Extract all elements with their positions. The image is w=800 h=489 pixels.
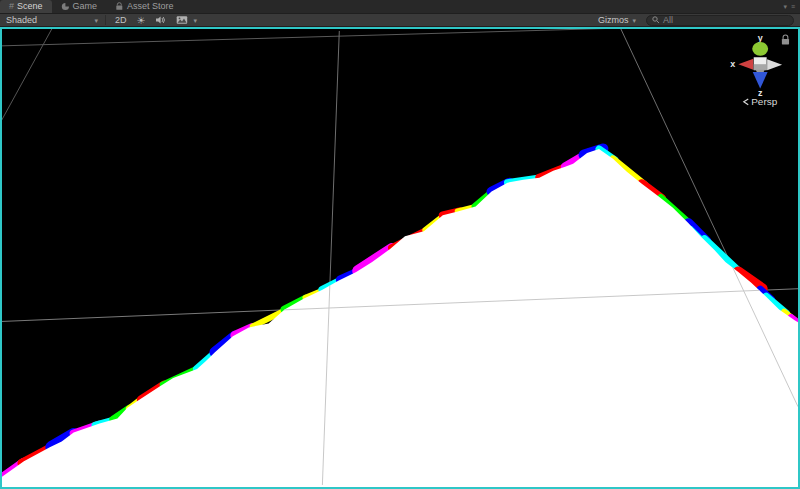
gizmos-label: Gizmos bbox=[598, 15, 629, 25]
gizmo-x-label: x bbox=[730, 59, 735, 69]
search-placeholder: All bbox=[663, 16, 673, 25]
tab-game[interactable]: Game bbox=[52, 0, 107, 13]
scene-viewport[interactable]: y x z Persp bbox=[0, 27, 800, 489]
effects-dropdown-arrow[interactable]: ▾ bbox=[193, 17, 197, 24]
projection-label[interactable]: Persp bbox=[751, 96, 777, 107]
terrain-mesh-layer bbox=[2, 149, 798, 487]
tab-asset-store-label: Asset Store bbox=[127, 0, 174, 13]
window-controls: ▾ ≡ bbox=[783, 0, 800, 13]
gizmo-minus-x-axis[interactable] bbox=[767, 59, 782, 70]
effects-toggle-icon[interactable] bbox=[171, 14, 193, 26]
gizmo-y-axis[interactable] bbox=[752, 42, 768, 56]
audio-toggle-icon[interactable] bbox=[150, 14, 171, 26]
scene-gizmo[interactable]: y x z Persp bbox=[730, 33, 782, 107]
tab-scene-label: Scene bbox=[17, 0, 43, 13]
lighting-toggle-icon[interactable]: ☀ bbox=[132, 14, 151, 26]
asset-store-icon bbox=[115, 2, 124, 11]
gizmo-z-axis[interactable] bbox=[753, 72, 768, 88]
chevron-down-icon: ▾ bbox=[632, 17, 636, 24]
scene-canvas: y x z Persp bbox=[2, 29, 798, 487]
scene-toolbar: Shaded ▾ 2D ☀ ▾ Gizmos ▾ All bbox=[0, 13, 800, 27]
persp-arrow-icon bbox=[744, 99, 748, 105]
search-icon bbox=[652, 16, 660, 24]
gizmo-y-label: y bbox=[758, 33, 763, 43]
window-menu-icon[interactable]: ≡ bbox=[791, 0, 795, 13]
2d-toggle-button[interactable]: 2D bbox=[110, 14, 132, 26]
lock-icon[interactable] bbox=[782, 35, 789, 45]
chevron-down-icon: ▾ bbox=[94, 17, 98, 24]
gizmo-x-axis[interactable] bbox=[738, 59, 753, 70]
window-list-icon[interactable]: ▾ bbox=[783, 0, 787, 13]
toolbar-separator bbox=[105, 15, 106, 25]
tab-game-label: Game bbox=[73, 0, 98, 13]
tab-bar: # Scene Game Asset Store ▾ ≡ bbox=[0, 0, 800, 13]
scene-grid-icon: # bbox=[9, 0, 14, 13]
tab-scene[interactable]: # Scene bbox=[0, 0, 52, 13]
tab-asset-store[interactable]: Asset Store bbox=[106, 0, 183, 13]
shading-mode-label: Shaded bbox=[6, 15, 37, 25]
gizmos-dropdown[interactable]: Gizmos ▾ bbox=[595, 14, 639, 26]
gizmo-cube-shade bbox=[754, 64, 767, 70]
shading-mode-dropdown[interactable]: Shaded ▾ bbox=[3, 14, 101, 26]
game-icon bbox=[61, 2, 70, 11]
search-input[interactable]: All bbox=[646, 15, 794, 26]
